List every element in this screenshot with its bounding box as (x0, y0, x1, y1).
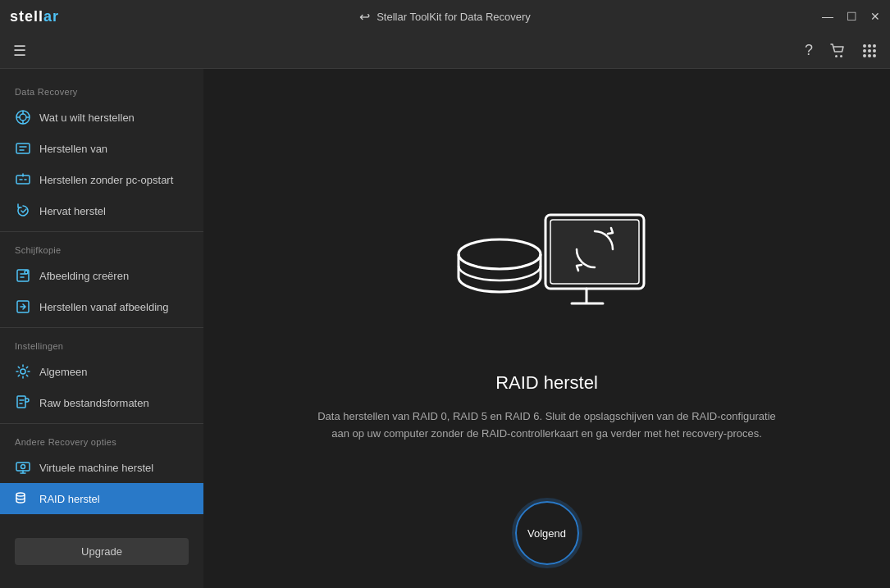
upgrade-button[interactable]: Upgrade (15, 538, 189, 565)
herstellen-vanaf-icon (15, 299, 31, 315)
divider-2 (0, 327, 203, 328)
svg-point-12 (20, 114, 26, 121)
svg-rect-13 (16, 144, 30, 153)
sidebar-item-herstellen-zonder-label: Herstellen zonder pc-opstart (39, 174, 173, 186)
svg-point-18 (21, 369, 25, 374)
divider-1 (0, 231, 203, 232)
menu-icon[interactable]: ☰ (13, 42, 26, 60)
sidebar-item-hervat-label: Hervat herstel (39, 205, 106, 217)
virtuele-icon (15, 459, 31, 476)
svg-point-1 (840, 55, 842, 57)
herstellen-van-icon (15, 140, 31, 157)
section-data-recovery: Data Recovery (0, 79, 203, 102)
sidebar-item-virtuele-label: Virtuele machine herstel (39, 462, 153, 474)
sidebar-item-raw[interactable]: Raw bestandsformaten (0, 387, 203, 418)
afbeelding-icon (15, 267, 31, 284)
svg-point-9 (868, 54, 871, 57)
sidebar-item-wat[interactable]: Wat u wilt herstellen (0, 102, 203, 133)
svg-point-21 (21, 465, 25, 469)
svg-rect-25 (550, 220, 639, 284)
main-layout: Data Recovery Wat u wilt herstellen Hers… (0, 69, 890, 588)
section-schijfkopie: Schijfkopie (0, 237, 203, 260)
sidebar-item-raid-label: RAID herstel (39, 493, 100, 505)
sidebar: Data Recovery Wat u wilt herstellen Hers… (0, 69, 203, 588)
svg-point-5 (863, 49, 866, 52)
raid-title: RAID herstel (495, 372, 598, 394)
sidebar-item-herstellen-vanaf[interactable]: Herstellen vanaf afbeelding (0, 291, 203, 322)
next-button-wrap: Volgend (515, 501, 579, 565)
app-title: Stellar ToolKit for Data Recovery (377, 11, 531, 23)
next-button[interactable]: Volgend (515, 501, 579, 565)
svg-point-10 (873, 54, 876, 57)
section-andere: Andere Recovery opties (0, 429, 203, 452)
sidebar-item-raid[interactable]: RAID herstel (0, 483, 203, 514)
close-button[interactable]: ✕ (870, 11, 880, 22)
svg-point-4 (873, 44, 876, 48)
wat-icon (15, 109, 31, 125)
sidebar-item-afbeelding[interactable]: Afbeelding creëren (0, 260, 203, 291)
sidebar-item-hervat[interactable]: Hervat herstel (0, 195, 203, 226)
minimize-button[interactable]: — (822, 11, 833, 22)
divider-3 (0, 423, 203, 424)
svg-point-16 (25, 271, 28, 274)
back-arrow-icon: ↩ (359, 9, 370, 25)
section-instellingen: Instellingen (0, 333, 203, 356)
toolbar-right: ? (805, 42, 877, 59)
hervat-icon (15, 203, 31, 219)
svg-point-2 (863, 44, 866, 48)
title-bar-controls: — ☐ ✕ (822, 11, 880, 22)
title-bar: stellar ↩ Stellar ToolKit for Data Recov… (0, 0, 890, 33)
sidebar-item-herstellen-zonder[interactable]: Herstellen zonder pc-opstart (0, 164, 203, 195)
algemeen-icon (15, 363, 31, 380)
svg-rect-20 (16, 463, 30, 471)
sidebar-item-herstellen-van[interactable]: Herstellen van (0, 133, 203, 164)
main-content: RAID herstel Data herstellen van RAID 0,… (203, 69, 890, 588)
raid-icon (15, 490, 31, 507)
svg-point-6 (868, 49, 871, 52)
svg-point-0 (835, 55, 838, 57)
svg-point-8 (863, 54, 866, 57)
sidebar-item-algemeen[interactable]: Algemeen (0, 356, 203, 387)
sidebar-item-herstellen-van-label: Herstellen van (39, 143, 107, 155)
sidebar-item-herstellen-vanaf-label: Herstellen vanaf afbeelding (39, 301, 169, 313)
app-logo: stellar (10, 8, 59, 25)
title-bar-center: ↩ Stellar ToolKit for Data Recovery (359, 9, 531, 25)
raid-description: Data herstellen van RAID 0, RAID 5 en RA… (317, 408, 777, 443)
toolbar-left: ☰ (13, 42, 26, 60)
cart-icon[interactable] (829, 43, 846, 59)
sidebar-item-virtuele[interactable]: Virtuele machine herstel (0, 452, 203, 483)
maximize-button[interactable]: ☐ (847, 11, 857, 22)
title-bar-left: stellar (10, 8, 59, 25)
sidebar-item-wat-label: Wat u wilt herstellen (39, 112, 135, 124)
sidebar-item-raw-label: Raw bestandsformaten (39, 397, 149, 409)
sidebar-item-algemeen-label: Algemeen (39, 366, 88, 378)
grid-icon[interactable] (862, 43, 877, 58)
raid-illustration (440, 166, 654, 346)
help-icon[interactable]: ? (805, 42, 813, 59)
herstellen-zonder-icon (15, 171, 31, 188)
sidebar-item-afbeelding-label: Afbeelding creëren (39, 270, 129, 282)
svg-point-7 (873, 49, 876, 52)
upgrade-section: Upgrade (0, 525, 203, 578)
svg-rect-19 (17, 396, 25, 408)
svg-point-22 (16, 493, 25, 496)
raw-icon (15, 394, 31, 411)
toolbar: ☰ ? (0, 33, 890, 69)
svg-point-3 (868, 44, 871, 48)
